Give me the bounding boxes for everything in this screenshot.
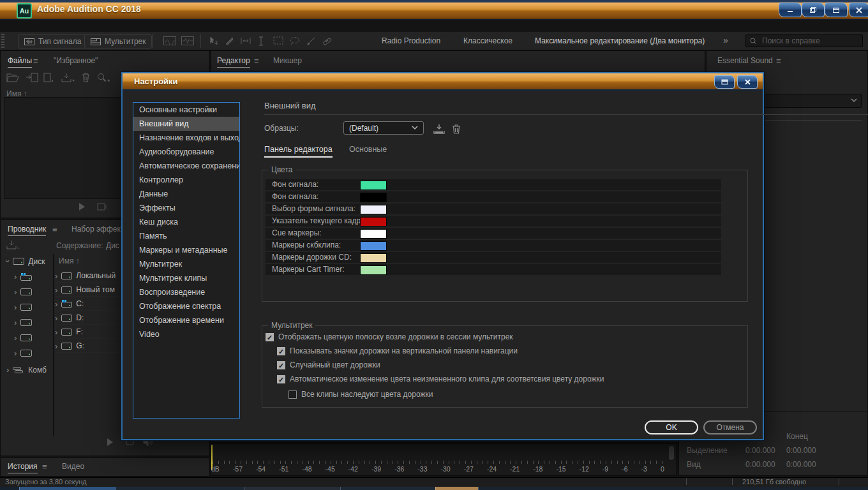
drive-row[interactable]: › F:	[55, 325, 121, 339]
history-panel-menu-icon[interactable]: ≡	[42, 462, 47, 471]
tab-files[interactable]: Файлы	[8, 56, 32, 68]
category-markers-metadata[interactable]: Маркеры и метаданные	[133, 243, 239, 257]
row-collapsed-icon[interactable]: ›	[55, 299, 57, 309]
spectral-display-icon[interactable]	[163, 36, 176, 45]
tree-combined-devices[interactable]: › Комб	[6, 365, 47, 375]
tree-drive-item[interactable]: ›	[14, 272, 32, 281]
spectral-pitch-icon[interactable]	[181, 36, 194, 45]
category-appearance[interactable]: Внешний вид	[133, 117, 239, 131]
dialog-rollup-button[interactable]	[714, 75, 735, 89]
tree-collapsed-icon[interactable]: ›	[14, 272, 17, 281]
save-export-icon[interactable]	[61, 73, 75, 82]
meter-scrollbar-thumb[interactable]	[669, 446, 674, 460]
essential-sound-menu-icon[interactable]: ≡	[776, 56, 781, 66]
tab-explorer[interactable]: Проводник	[8, 225, 46, 236]
tab-favorites[interactable]: "Избранное"	[54, 56, 98, 65]
category-general[interactable]: Основные настройки	[133, 103, 239, 117]
color-row[interactable]: Маркеры скбклипа:	[266, 240, 721, 251]
tree-collapsed-icon[interactable]: ›	[14, 302, 17, 312]
category-playback[interactable]: Воспроизведение	[133, 285, 239, 299]
restore-button[interactable]	[802, 3, 825, 17]
color-swatch[interactable]	[360, 205, 387, 214]
tree-drive-item[interactable]: ›	[14, 302, 32, 312]
multitrack-view-button[interactable]: Мультитрек	[84, 34, 152, 48]
color-row[interactable]: Фон сигнала:	[266, 179, 721, 190]
dialog-titlebar[interactable]: Настройки	[123, 73, 763, 91]
tree-collapsed-icon[interactable]: ›	[6, 365, 9, 375]
workspace-overflow-chevrons[interactable]: »	[723, 35, 728, 45]
razor-tool-icon[interactable]	[225, 36, 234, 46]
tree-splitter[interactable]	[53, 254, 54, 436]
color-row[interactable]: Указатель текущего кадра:	[266, 216, 721, 226]
paintbrush-tool-icon[interactable]	[306, 36, 316, 46]
category-control-surface[interactable]: Контроллер	[133, 173, 239, 187]
row-collapsed-icon[interactable]: ›	[55, 285, 57, 295]
drive-row[interactable]: › C:	[55, 297, 121, 311]
category-media-cache[interactable]: Кеш диска	[133, 215, 239, 229]
explorer-play-icon[interactable]	[106, 438, 114, 447]
show-track-icons-checkbox[interactable]	[277, 347, 285, 355]
color-row[interactable]: Маркеры Cart Timer:	[266, 264, 721, 275]
category-memory[interactable]: Память	[133, 229, 239, 243]
tree-collapsed-icon[interactable]: ›	[14, 333, 17, 343]
random-track-color-checkbox[interactable]	[277, 361, 285, 369]
category-auto-save[interactable]: Автоматическое сохранение	[133, 159, 239, 173]
category-multitrack-clips[interactable]: Мультитрек клипы	[133, 271, 239, 285]
tab-mixer[interactable]: Микшер	[273, 56, 302, 65]
tree-drive-item[interactable]: ›	[14, 333, 32, 343]
color-swatch[interactable]	[360, 217, 387, 226]
import-file-icon[interactable]	[26, 73, 38, 82]
explorer-name-header[interactable]: Имя ↑	[59, 256, 80, 265]
presets-dropdown[interactable]: (Default)	[343, 121, 424, 135]
toolbar-grip[interactable]	[1, 34, 4, 48]
time-selection-tool-icon[interactable]	[258, 36, 264, 46]
color-swatch[interactable]	[360, 229, 387, 239]
color-row[interactable]: Cue маркеры:	[266, 228, 721, 239]
color-swatch[interactable]	[360, 193, 387, 202]
auto-clip-color-checkbox[interactable]	[277, 375, 285, 383]
color-swatch[interactable]	[360, 253, 387, 263]
rollup-button[interactable]	[825, 3, 848, 17]
contents-value[interactable]: Дис	[106, 241, 119, 250]
waveform-view-button[interactable]: Тип сигнала	[18, 34, 87, 48]
tree-drive-item[interactable]: ›	[14, 348, 32, 358]
files-autoplay-icon[interactable]	[97, 202, 107, 211]
drive-row[interactable]: › Локальный	[55, 269, 121, 283]
trash-icon[interactable]	[82, 73, 90, 82]
category-spectral-display[interactable]: Отображение спектра	[133, 299, 239, 313]
ok-button[interactable]: OK	[645, 420, 698, 434]
color-swatch[interactable]	[360, 181, 387, 190]
workspace-radio-production[interactable]: Radio Production	[382, 36, 440, 45]
tree-root-drives[interactable]: › Диск	[6, 256, 45, 266]
clips-inherit-color-checkbox[interactable]	[288, 390, 297, 399]
cancel-button[interactable]: Отмена	[703, 420, 757, 434]
move-tool-icon[interactable]	[209, 36, 220, 46]
files-panel-menu-icon[interactable]: ≡	[33, 56, 38, 66]
tab-editor[interactable]: Редактор	[217, 56, 250, 68]
delete-preset-icon[interactable]	[452, 124, 461, 134]
category-audio-hardware[interactable]: Аудиооборудование	[133, 145, 239, 159]
row-collapsed-icon[interactable]: ›	[55, 271, 57, 281]
tab-video[interactable]: Видео	[62, 462, 84, 471]
row-collapsed-icon[interactable]: ›	[55, 313, 57, 323]
tree-drive-item[interactable]: ›	[14, 318, 32, 327]
category-data[interactable]: Данные	[133, 187, 239, 201]
category-video[interactable]: Video	[133, 327, 239, 341]
category-audio-channel-mapping[interactable]: Назначение входов и выходов	[133, 131, 239, 145]
drive-row[interactable]: › Новый том	[55, 283, 121, 297]
tab-editor-panel[interactable]: Панель редактора	[264, 145, 333, 158]
category-effects[interactable]: Эффекты	[133, 201, 239, 215]
marquee-selection-tool-icon[interactable]	[273, 36, 283, 45]
editor-panel-menu-icon[interactable]: ≡	[254, 56, 259, 66]
workspace-classic[interactable]: Классическое	[463, 36, 513, 45]
tab-essential-sound[interactable]: Essential Sound	[717, 56, 773, 65]
show-color-bar-checkbox[interactable]	[266, 333, 274, 341]
window-titlebar[interactable]: Au Adobe Audition CC 2018	[0, 0, 868, 20]
category-time-display[interactable]: Отображение времени	[133, 313, 239, 327]
tree-collapsed-icon[interactable]: ›	[14, 287, 17, 297]
minimize-button[interactable]	[779, 3, 802, 17]
color-row[interactable]: Выбор формы сигнала:	[266, 204, 721, 214]
help-search-box[interactable]	[745, 34, 863, 47]
color-row[interactable]: Фон сигнала:	[266, 191, 721, 202]
spot-healing-tool-icon[interactable]	[322, 36, 332, 46]
